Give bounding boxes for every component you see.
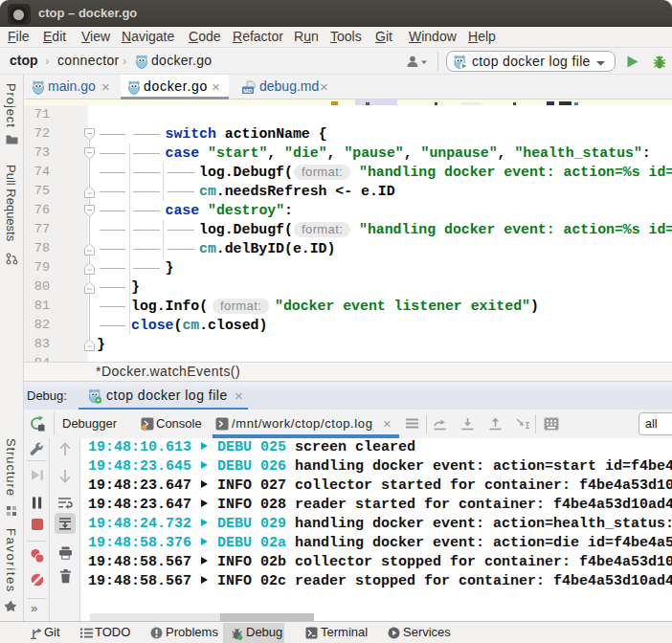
svg-text:MD: MD xyxy=(243,88,253,94)
